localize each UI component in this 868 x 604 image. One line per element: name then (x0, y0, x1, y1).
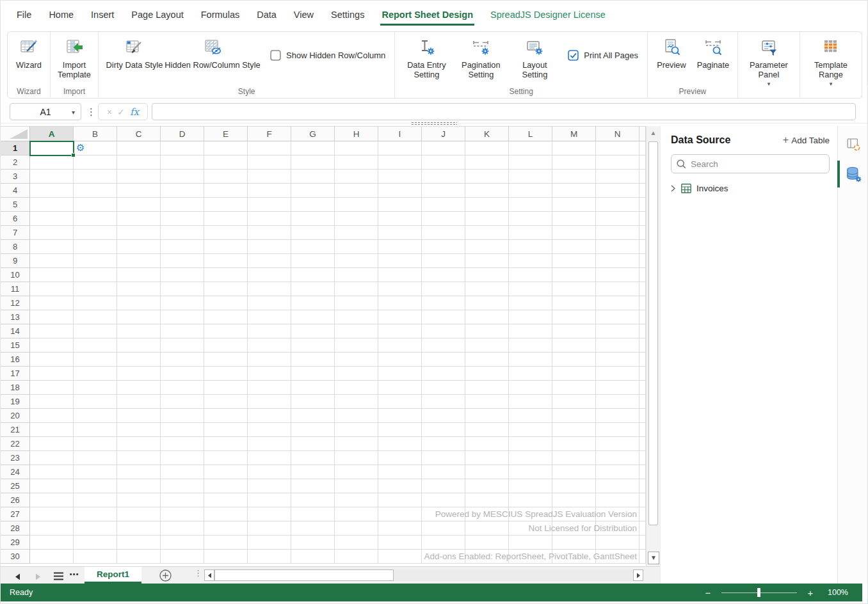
cell-n1[interactable] (596, 141, 639, 155)
parameter-panel-button[interactable]: Parameter Panel ▾ (741, 35, 797, 87)
row-header-13[interactable]: 13 (1, 310, 30, 324)
cell-l18[interactable] (509, 381, 552, 395)
column-header-e[interactable]: E (204, 126, 248, 141)
cell-d25[interactable] (161, 479, 204, 493)
cell-e2[interactable] (204, 155, 248, 170)
cell-b9[interactable] (74, 254, 117, 268)
cell-h27[interactable] (335, 507, 378, 521)
cell-h18[interactable] (335, 381, 378, 395)
cell-f29[interactable] (248, 536, 291, 550)
cell-f1[interactable] (248, 141, 291, 155)
cell-k2[interactable] (465, 155, 509, 170)
cell-l13[interactable] (509, 310, 552, 324)
cell-d7[interactable] (161, 226, 204, 240)
cell-n3[interactable] (596, 170, 639, 184)
cell-a17[interactable] (30, 367, 74, 381)
cell-e4[interactable] (204, 184, 248, 198)
row-header-17[interactable]: 17 (1, 367, 30, 381)
scroll-down-arrow-icon[interactable]: ▼ (648, 552, 659, 564)
cell-n9[interactable] (596, 254, 639, 268)
previous-sheet-arrow-icon[interactable] (15, 571, 20, 583)
cell-f27[interactable] (248, 507, 291, 521)
cell-d4[interactable] (161, 184, 204, 198)
cell-k22[interactable] (465, 437, 509, 451)
next-sheet-arrow-icon[interactable] (35, 571, 41, 583)
select-all-corner[interactable] (1, 126, 30, 141)
print-all-pages-checkbox[interactable]: Print All Pages (568, 50, 638, 61)
cell-k16[interactable] (465, 353, 509, 367)
cell-c22[interactable] (117, 437, 161, 451)
formula-input[interactable] (152, 103, 856, 120)
cell-c18[interactable] (117, 381, 161, 395)
cell-j14[interactable] (422, 324, 465, 338)
cell-m23[interactable] (552, 451, 596, 465)
cell-k8[interactable] (465, 240, 509, 254)
cell-d13[interactable] (161, 310, 204, 324)
cell-f11[interactable] (248, 282, 291, 296)
cell-b5[interactable] (74, 198, 117, 212)
cell-c12[interactable] (117, 296, 161, 310)
cell-a22[interactable] (30, 437, 74, 451)
cell-i27[interactable] (378, 507, 422, 521)
cell-e14[interactable] (204, 324, 248, 338)
row-header-19[interactable]: 19 (1, 395, 30, 409)
cell-a30[interactable] (30, 550, 74, 564)
cell-m21[interactable] (552, 423, 596, 437)
cell-b14[interactable] (74, 324, 117, 338)
cell-n23[interactable] (596, 451, 639, 465)
cell-k14[interactable] (465, 324, 509, 338)
column-header-i[interactable]: I (378, 126, 422, 141)
row-header-7[interactable]: 7 (1, 226, 30, 240)
cell-b19[interactable] (74, 395, 117, 409)
column-header-l[interactable]: L (509, 126, 552, 141)
cell-j16[interactable] (422, 353, 465, 367)
cell-f21[interactable] (248, 423, 291, 437)
cell-i2[interactable] (378, 155, 422, 170)
more-sheets-icon[interactable]: ⋯ (69, 567, 79, 582)
sheet-tab-report1[interactable]: Report1 (84, 567, 141, 584)
cell-settings-gear-icon[interactable]: ⚙ (76, 141, 84, 154)
cell-k11[interactable] (465, 282, 509, 296)
cell-j10[interactable] (422, 268, 465, 282)
row-header-29[interactable]: 29 (1, 536, 30, 550)
cell-l5[interactable] (509, 198, 552, 212)
cell-e5[interactable] (204, 198, 248, 212)
cell-c27[interactable] (117, 507, 161, 521)
cell-j3[interactable] (422, 170, 465, 184)
cell-a11[interactable] (30, 282, 74, 296)
data-entry-setting-button[interactable]: Data Entry Setting (400, 35, 453, 87)
cell-f18[interactable] (248, 381, 291, 395)
column-header-f[interactable]: F (248, 126, 291, 141)
menu-item-file[interactable]: File (17, 10, 31, 20)
cell-f20[interactable] (248, 409, 291, 423)
row-header-15[interactable]: 15 (1, 338, 30, 353)
cell-b17[interactable] (74, 367, 117, 381)
cell-e13[interactable] (204, 310, 248, 324)
cell-e20[interactable] (204, 409, 248, 423)
sheet-list-menu-icon[interactable] (53, 571, 64, 583)
scroll-left-arrow-icon[interactable] (204, 569, 214, 581)
cell-m24[interactable] (552, 465, 596, 479)
cell-b7[interactable] (74, 226, 117, 240)
cell-n29[interactable] (596, 536, 639, 550)
cell-h9[interactable] (335, 254, 378, 268)
cell-i9[interactable] (378, 254, 422, 268)
cell-c23[interactable] (117, 451, 161, 465)
cell-d14[interactable] (161, 324, 204, 338)
cell-b21[interactable] (74, 423, 117, 437)
cell-a10[interactable] (30, 268, 74, 282)
cell-a20[interactable] (30, 409, 74, 423)
cell-a16[interactable] (30, 353, 74, 367)
cell-d24[interactable] (161, 465, 204, 479)
menu-item-view[interactable]: View (294, 10, 314, 20)
cell-d30[interactable] (161, 550, 204, 564)
cell-j23[interactable] (422, 451, 465, 465)
cell-k17[interactable] (465, 367, 509, 381)
cell-g3[interactable] (291, 170, 335, 184)
cell-k15[interactable] (465, 338, 509, 353)
cell-e16[interactable] (204, 353, 248, 367)
row-header-24[interactable]: 24 (1, 465, 30, 479)
cell-c28[interactable] (117, 521, 161, 536)
cell-m18[interactable] (552, 381, 596, 395)
cell-f16[interactable] (248, 353, 291, 367)
